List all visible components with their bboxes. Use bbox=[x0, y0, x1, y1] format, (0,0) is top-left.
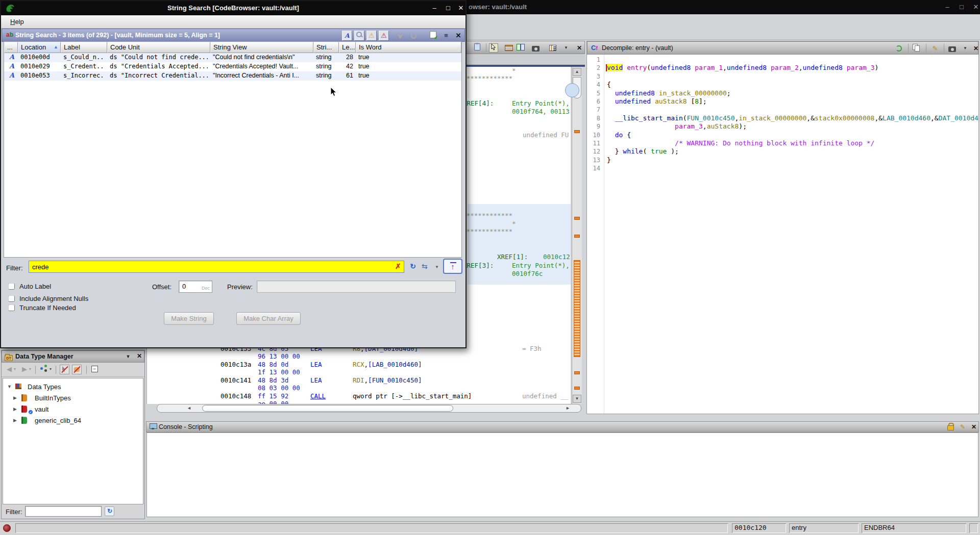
hide-pointers-icon[interactable] bbox=[72, 365, 82, 374]
code-token bbox=[767, 64, 771, 71]
diff-view-icon[interactable] bbox=[516, 43, 525, 53]
snapshot-camera-icon[interactable] bbox=[531, 43, 540, 53]
display-mode-icon[interactable] bbox=[39, 365, 48, 374]
rerun-decompiler-icon[interactable] bbox=[894, 44, 903, 53]
listing-vertical-scrollbar[interactable]: ▲ ▼ bbox=[572, 67, 582, 404]
code-token: undefined8 bbox=[615, 89, 655, 97]
column-header[interactable]: ... bbox=[4, 42, 18, 53]
console-output[interactable] bbox=[146, 432, 978, 517]
expander-open-icon[interactable]: ▼ bbox=[7, 384, 12, 389]
dtm-filter-options-icon[interactable]: ↻ bbox=[105, 506, 114, 516]
display-mode-dropdown-icon[interactable]: ▼ bbox=[48, 365, 53, 374]
asm-token: 08 03 00 00 bbox=[258, 384, 300, 392]
filter-funnel-icon[interactable] bbox=[395, 31, 405, 40]
menu-icon[interactable]: ≡ bbox=[441, 31, 451, 40]
string-table-row[interactable]: A0010e00ds_Could_n...ds "Could not find … bbox=[4, 53, 461, 62]
close-icon[interactable]: ✕ bbox=[971, 0, 980, 14]
font-toggle-icon[interactable]: A bbox=[342, 31, 352, 41]
dtm-tree[interactable]: ▼Data Types▶BuiltInTypes▶✓vault▶generic_… bbox=[3, 378, 143, 504]
memory-blocks-icon[interactable] bbox=[504, 43, 513, 53]
assembly-line[interactable]: ae 00 00 bbox=[147, 400, 571, 404]
back-dropdown-icon[interactable]: ▼ bbox=[13, 365, 17, 374]
search-icon[interactable] bbox=[354, 31, 364, 41]
expander-closed-icon[interactable]: ▶ bbox=[13, 418, 17, 423]
assembly-line[interactable]: 1f 13 00 00 bbox=[147, 368, 571, 376]
scroll-down-icon[interactable]: ▼ bbox=[573, 395, 581, 403]
close-panel-icon[interactable]: ✕ bbox=[969, 422, 978, 431]
edit-pencil-icon[interactable]: ✎ bbox=[958, 422, 967, 431]
close-panel-icon[interactable]: ✕ bbox=[135, 351, 144, 361]
edit-pencil-icon[interactable]: ✎ bbox=[930, 44, 940, 53]
scroll-to-top-button[interactable]: ↑ bbox=[443, 259, 462, 274]
scrollbar-thumb[interactable] bbox=[202, 405, 453, 412]
clear-filter-icon[interactable]: ✗ bbox=[395, 262, 401, 270]
column-header[interactable]: String View bbox=[210, 42, 313, 53]
auto-label-checkbox[interactable] bbox=[8, 283, 15, 290]
tree-item-generic-clib-64[interactable]: ▶generic_clib_64 bbox=[3, 415, 143, 426]
dtm-filter-input[interactable] bbox=[25, 506, 102, 517]
listing-horizontal-scrollbar[interactable]: ◄ ► bbox=[157, 404, 581, 413]
make-string-button[interactable]: Make String bbox=[164, 312, 214, 325]
truncate-if-needed-checkbox[interactable] bbox=[8, 304, 15, 311]
column-header[interactable]: Le... bbox=[339, 42, 356, 53]
tree-item-builtintypes[interactable]: ▶BuiltInTypes bbox=[3, 393, 143, 404]
text-caret bbox=[606, 64, 607, 71]
warning-icon[interactable]: ⚠ bbox=[366, 31, 377, 41]
close-icon[interactable]: ✕ bbox=[456, 1, 466, 15]
offset-field[interactable]: 0 Dec bbox=[179, 281, 212, 293]
filter-refresh-icon[interactable]: ↻ bbox=[408, 262, 418, 271]
string-search-panel-titlebar[interactable]: ab String Search - 3 items (of 292) - [v… bbox=[2, 29, 465, 42]
column-header[interactable]: Label bbox=[61, 42, 107, 53]
snapshot-table-icon[interactable] bbox=[428, 31, 438, 40]
string-table-row[interactable]: A0010e053s_Incorrec...ds "Incorrect Cred… bbox=[4, 71, 461, 81]
close-panel-icon[interactable]: ✕ bbox=[453, 31, 463, 40]
close-panel-icon[interactable]: ✕ bbox=[575, 43, 584, 53]
assembly-line[interactable]: 0010c14148 8d 3dLEARDI,[FUN_0010c450] bbox=[147, 376, 571, 384]
error-icon[interactable]: ⚠ bbox=[379, 31, 389, 41]
string-table-row[interactable]: A0010e029s_Credent...ds "Credentials Acc… bbox=[4, 62, 461, 71]
assembly-line[interactable]: 0010c148ff 15 92CALLqword ptr [->__libc_… bbox=[147, 392, 571, 400]
column-header[interactable]: Is Word bbox=[356, 42, 461, 53]
dropdown-icon[interactable]: ▼ bbox=[561, 43, 571, 53]
scroll-right-icon[interactable]: ► bbox=[566, 405, 570, 411]
minimize-icon[interactable]: – bbox=[942, 0, 952, 14]
menu-item-help[interactable]: Help bbox=[6, 17, 28, 27]
scroll-up-icon[interactable]: ▲ bbox=[573, 68, 581, 76]
decompile-code-area[interactable]: 1234567891011121314 void entry(undefined… bbox=[587, 55, 978, 414]
collapse-all-icon[interactable]: − bbox=[91, 366, 98, 372]
hide-arrays-icon[interactable] bbox=[60, 365, 69, 374]
column-header[interactable]: Stri... bbox=[313, 42, 339, 53]
lock-icon[interactable] bbox=[946, 423, 955, 432]
filter-input[interactable] bbox=[29, 261, 404, 273]
code-token bbox=[607, 139, 675, 147]
snapshot-camera-icon[interactable] bbox=[947, 44, 957, 53]
tree-item-vault[interactable]: ▶✓vault bbox=[3, 404, 143, 415]
column-header[interactable]: Location▲ bbox=[18, 42, 61, 53]
assembly-line[interactable]: 08 03 00 00 bbox=[147, 384, 571, 392]
scroll-left-icon[interactable]: ◄ bbox=[187, 405, 191, 411]
maximize-icon[interactable]: □ bbox=[443, 1, 453, 15]
string-search-titlebar[interactable]: String Search [CodeBrowser: vault:/vault… bbox=[1, 1, 465, 15]
expander-closed-icon[interactable]: ▶ bbox=[13, 406, 17, 412]
listing-display-options-icon[interactable] bbox=[548, 43, 557, 53]
include-alignment-nulls-checkbox[interactable] bbox=[8, 295, 15, 302]
assembly-line[interactable]: 96 13 00 00 bbox=[147, 352, 571, 360]
dropdown-icon[interactable]: ▼ bbox=[124, 352, 133, 361]
expander-closed-icon[interactable]: ▶ bbox=[13, 395, 17, 400]
filter-dropdown-icon[interactable]: ▼ bbox=[435, 265, 439, 269]
column-header[interactable]: Code Unit bbox=[107, 42, 210, 53]
filter-columns-icon[interactable]: ⇆ bbox=[422, 262, 428, 270]
copy-icon[interactable] bbox=[912, 44, 921, 53]
dropdown-icon[interactable]: ▼ bbox=[961, 44, 970, 53]
forward-dropdown-icon[interactable]: ▼ bbox=[28, 365, 32, 374]
refresh-icon[interactable] bbox=[408, 31, 419, 40]
make-char-array-button[interactable]: Make Char Array bbox=[236, 312, 301, 325]
assembly-line[interactable]: 0010c13a48 8d 0dLEARCX,[LAB_0010d460] bbox=[147, 361, 571, 368]
maximize-icon[interactable]: □ bbox=[957, 0, 967, 14]
close-panel-icon[interactable]: ✕ bbox=[971, 44, 980, 53]
tree-item-data-types[interactable]: ▼Data Types bbox=[3, 381, 143, 393]
cursor-tool-icon[interactable] bbox=[489, 43, 498, 53]
minimize-icon[interactable]: – bbox=[429, 1, 439, 15]
asm-operand-token: RDI bbox=[353, 376, 364, 384]
paste-icon[interactable] bbox=[473, 43, 482, 53]
